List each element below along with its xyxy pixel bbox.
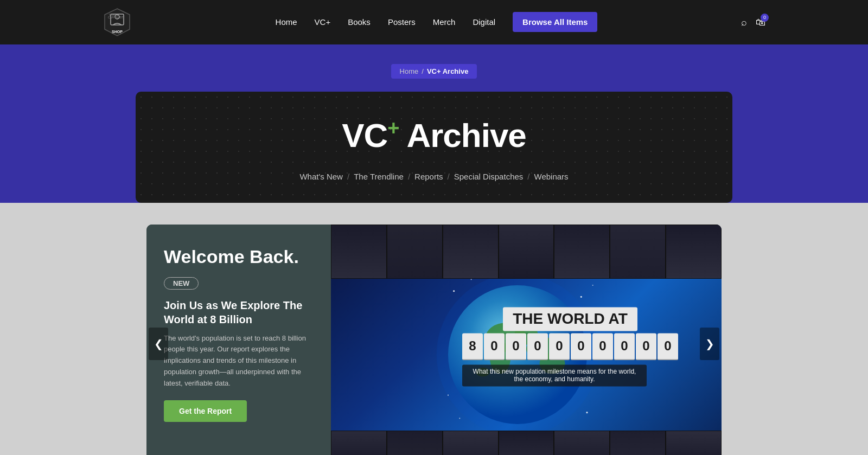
- nav-item-browse-all[interactable]: Browse All Items: [513, 17, 597, 27]
- svg-point-14: [453, 290, 455, 292]
- svg-point-18: [448, 394, 449, 395]
- person-box-5: [554, 225, 610, 279]
- person-box-bottom-5: [554, 431, 610, 455]
- person-box-bottom-4: [499, 431, 554, 455]
- archive-nav-webinars[interactable]: Webinars: [530, 170, 573, 183]
- nav-item-books[interactable]: Books: [348, 17, 371, 27]
- main-nav: Home VC+ Books Posters Merch Digital: [276, 17, 598, 27]
- person-box-3: [443, 225, 499, 279]
- breadcrumb-separator: /: [422, 67, 424, 75]
- digit-0-4: 0: [549, 333, 570, 360]
- nav-item-home[interactable]: Home: [276, 17, 297, 27]
- svg-point-19: [586, 412, 588, 413]
- world-number-display: 8 0 0 0 0 0 0 0 0 0: [462, 333, 678, 360]
- person-box-4: [499, 225, 554, 279]
- new-badge: NEW: [164, 277, 199, 290]
- content-section: ❮ Welcome Back. NEW Join Us as We Explor…: [0, 203, 868, 455]
- svg-point-20: [459, 418, 460, 419]
- archive-nav-special-dispatches[interactable]: Special Dispatches: [450, 170, 528, 183]
- nav-link-vc-plus[interactable]: VC+: [315, 17, 331, 27]
- digit-0-7: 0: [614, 333, 635, 360]
- left-panel: ❮ Welcome Back. NEW Join Us as We Explor…: [146, 225, 331, 455]
- breadcrumb: Home / VC+ Archive: [391, 64, 477, 79]
- logo-area[interactable]: SHOP VISUAL CAPITALIST: [103, 8, 132, 37]
- person-box-6: [610, 225, 666, 279]
- svg-text:CAPITALIST: CAPITALIST: [108, 16, 123, 19]
- archive-nav-trendline[interactable]: The Trendline: [349, 170, 408, 183]
- svg-point-17: [592, 285, 593, 286]
- world-text-box: THE WORLD AT 8 0 0 0 0 0 0 0 0 0: [462, 307, 678, 386]
- person-box-2: [387, 225, 443, 279]
- logo-icon: SHOP VISUAL CAPITALIST: [103, 8, 132, 37]
- carousel-prev-button[interactable]: ❮: [149, 328, 168, 360]
- people-strip-bottom: [331, 431, 722, 455]
- world-at-label: THE WORLD AT: [503, 307, 637, 331]
- get-report-button[interactable]: Get the Report: [164, 400, 247, 422]
- person-box-7: [666, 225, 722, 279]
- archive-nav-whats-new[interactable]: What's New: [295, 170, 347, 183]
- archive-nav: What's New / The Trendline / Reports / S…: [153, 170, 715, 183]
- digit-0-5: 0: [571, 333, 591, 360]
- globe-area: THE WORLD AT 8 0 0 0 0 0 0 0 0 0: [331, 279, 722, 431]
- digit-0-6: 0: [592, 333, 613, 360]
- nav-link-books[interactable]: Books: [348, 17, 371, 27]
- svg-point-15: [471, 279, 472, 280]
- world-subtitle: What this new population milestone means…: [462, 364, 647, 386]
- person-box-bottom-1: [331, 431, 387, 455]
- report-title: Join Us as We Explore The World at 8 Bil…: [164, 298, 314, 326]
- nav-menu: Home VC+ Books Posters Merch Digital: [276, 17, 598, 27]
- nav-item-merch[interactable]: Merch: [433, 17, 456, 27]
- person-box-bottom-7: [666, 431, 722, 455]
- breadcrumb-current: VC+ Archive: [427, 67, 468, 75]
- digit-8: 8: [462, 333, 483, 360]
- hero-section: Home / VC+ Archive VC+ Archive What's Ne…: [0, 44, 868, 203]
- site-header: SHOP VISUAL CAPITALIST Home VC+ Books Po…: [0, 0, 868, 44]
- nav-link-posters[interactable]: Posters: [388, 17, 416, 27]
- right-panel: THE WORLD AT 8 0 0 0 0 0 0 0 0 0: [331, 225, 722, 455]
- nav-item-digital[interactable]: Digital: [473, 17, 495, 27]
- svg-point-16: [580, 296, 582, 297]
- digit-0-2: 0: [506, 333, 526, 360]
- digit-0-8: 0: [636, 333, 656, 360]
- digit-0-3: 0: [527, 333, 548, 360]
- nav-link-digital[interactable]: Digital: [473, 17, 495, 27]
- breadcrumb-bar: Home / VC+ Archive: [0, 64, 868, 79]
- archive-word: Archive: [399, 117, 526, 154]
- people-strip-top: [331, 225, 722, 279]
- welcome-title: Welcome Back.: [164, 246, 314, 267]
- person-box-1: [331, 225, 387, 279]
- nav-link-merch[interactable]: Merch: [433, 17, 456, 27]
- carousel-next-button[interactable]: ❯: [700, 328, 719, 360]
- nav-link-browse-all[interactable]: Browse All Items: [513, 12, 597, 32]
- person-box-bottom-6: [610, 431, 666, 455]
- person-box-bottom-3: [443, 431, 499, 455]
- person-box-bottom-2: [387, 431, 443, 455]
- breadcrumb-home[interactable]: Home: [400, 67, 419, 75]
- archive-title: VC+ Archive: [153, 118, 715, 152]
- archive-panel: VC+ Archive What's New / The Trendline /…: [136, 92, 732, 203]
- carousel-wrapper: ❮ Welcome Back. NEW Join Us as We Explor…: [146, 225, 722, 455]
- nav-link-home[interactable]: Home: [276, 17, 297, 27]
- cart-wrapper[interactable]: 🛍 0: [756, 17, 765, 28]
- report-description: The world's population is set to reach 8…: [164, 333, 314, 389]
- nav-item-posters[interactable]: Posters: [388, 17, 416, 27]
- archive-nav-reports[interactable]: Reports: [410, 170, 448, 183]
- digit-0-1: 0: [484, 333, 505, 360]
- svg-text:SHOP: SHOP: [112, 30, 123, 34]
- nav-item-vc-plus[interactable]: VC+: [315, 17, 331, 27]
- content-inner: ❮ Welcome Back. NEW Join Us as We Explor…: [136, 214, 732, 455]
- search-button[interactable]: ⌕: [741, 17, 747, 28]
- archive-vc-text: VC: [342, 117, 387, 154]
- header-icons: ⌕ 🛍 0: [741, 17, 765, 28]
- digit-0-9: 0: [658, 333, 678, 360]
- search-icon: ⌕: [741, 17, 747, 28]
- archive-plus-sign: +: [387, 117, 399, 139]
- cart-badge: 0: [761, 14, 769, 22]
